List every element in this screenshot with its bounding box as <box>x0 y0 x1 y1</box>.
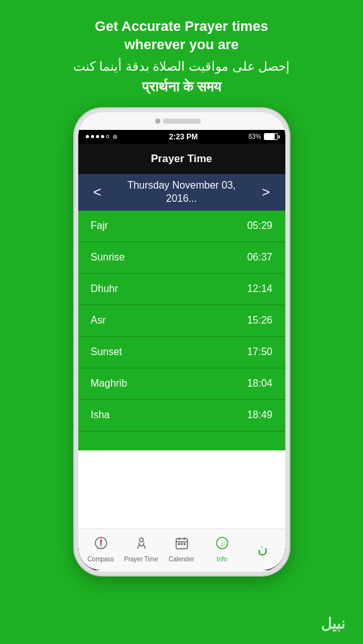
tab-logo[interactable]: ن <box>242 541 283 559</box>
tab-compass-label: Compass <box>87 556 114 563</box>
phone-screen: ⊛ 2:23 PM 83% Prayer Time < <box>78 130 285 570</box>
signal-dot-3 <box>96 135 99 138</box>
header-hindi: प्रार्थना के समय <box>25 78 338 97</box>
tab-info-label: Info <box>217 556 227 563</box>
header-english: Get Accurate Prayer times wherever you a… <box>25 18 338 54</box>
tab-bar: Compass Prayer Time <box>78 529 285 570</box>
prayer-name-fajr: Fajr <box>91 220 109 231</box>
prayer-name-maghrib: Maghrib <box>91 378 128 389</box>
prev-date-button[interactable]: < <box>88 182 107 203</box>
prayer-name-asr: Asr <box>91 315 106 326</box>
logo-icon: ن <box>258 541 268 557</box>
status-time: 2:23 PM <box>169 132 198 141</box>
status-bar: ⊛ 2:23 PM 83% <box>78 130 285 144</box>
tab-prayer-time-label: Prayer Time <box>124 556 158 563</box>
tab-info[interactable]: i Info <box>202 536 242 563</box>
prayer-name-sunset: Sunset <box>91 346 122 358</box>
header-section: Get Accurate Prayer times wherever you a… <box>0 0 363 103</box>
prayer-row-asr: Asr 15:26 <box>78 305 285 337</box>
prayer-times-list: Fajr 05:29 Sunrise 06:37 Dhuhr 12:14 Asr… <box>78 211 285 529</box>
prayer-time-sunset: 17:50 <box>247 346 272 358</box>
prayer-row-maghrib: Maghrib 18:04 <box>78 368 285 400</box>
svg-line-5 <box>138 545 139 549</box>
signal-dot-2 <box>91 135 94 138</box>
phone-top-bar <box>78 112 285 130</box>
battery-body <box>264 133 278 140</box>
svg-point-4 <box>140 538 143 542</box>
battery-area: 83% <box>248 133 277 140</box>
tab-calender[interactable]: Calender <box>162 536 202 563</box>
svg-text:i: i <box>221 540 223 547</box>
wifi-icon: ⊛ <box>112 133 117 140</box>
phone-inner: ⊛ 2:23 PM 83% Prayer Time < <box>78 112 285 571</box>
phone-shell: ⊛ 2:23 PM 83% Prayer Time < <box>74 108 289 575</box>
info-icon: i <box>215 536 229 554</box>
current-date: Thursday November 03,2016... <box>128 179 236 206</box>
watermark: نبيل <box>321 615 345 633</box>
prayer-name-dhuhr: Dhuhr <box>91 283 119 295</box>
svg-marker-2 <box>100 538 102 542</box>
svg-rect-12 <box>181 543 182 545</box>
app-title: Prayer Time <box>151 153 212 165</box>
prayer-row-isha: Isha 18:49 <box>78 400 285 431</box>
signal-dot-1 <box>86 135 89 138</box>
header-arabic: إحصل على مواقيت الصلاة بدقة أينما كنت <box>25 57 338 75</box>
signal-dot-4 <box>101 135 104 138</box>
phone-camera <box>155 119 160 124</box>
tab-compass[interactable]: Compass <box>81 536 121 563</box>
prayer-list-spacer <box>78 431 285 450</box>
svg-point-1 <box>100 542 102 544</box>
calendar-icon <box>175 536 189 554</box>
phone-speaker <box>163 119 201 124</box>
prayer-time-dhuhr: 12:14 <box>247 283 272 295</box>
battery-percent: 83% <box>248 133 261 140</box>
prayer-name-isha: Isha <box>91 409 110 421</box>
prayer-row-sunrise: Sunrise 06:37 <box>78 242 285 274</box>
svg-rect-13 <box>184 543 186 545</box>
app-nav-bar: Prayer Time <box>78 144 285 174</box>
prayer-row-dhuhr: Dhuhr 12:14 <box>78 274 285 305</box>
prayer-time-fajr: 05:29 <box>247 220 272 231</box>
prayer-time-sunrise: 06:37 <box>247 252 272 263</box>
svg-marker-3 <box>100 544 102 548</box>
prayer-time-maghrib: 18:04 <box>247 378 272 389</box>
date-selector[interactable]: < Thursday November 03,2016... > <box>78 174 285 211</box>
tab-prayer-time[interactable]: Prayer Time <box>121 536 162 563</box>
tab-calender-label: Calender <box>169 556 194 563</box>
prayer-row-sunset: Sunset 17:50 <box>78 337 285 368</box>
next-date-button[interactable]: > <box>257 182 275 203</box>
prayer-time-isha: 18:49 <box>247 409 272 421</box>
signal-area: ⊛ <box>86 133 119 140</box>
prayer-row-fajr: Fajr 05:29 <box>78 211 285 242</box>
compass-icon <box>94 536 108 554</box>
svg-line-6 <box>144 545 145 549</box>
signal-dot-5 <box>106 135 109 138</box>
prayer-time-asr: 15:26 <box>247 315 272 326</box>
prayer-time-icon <box>134 536 148 554</box>
battery-fill <box>265 134 275 139</box>
svg-rect-11 <box>178 543 180 545</box>
prayer-name-sunrise: Sunrise <box>91 252 125 263</box>
battery-icon <box>264 133 278 140</box>
